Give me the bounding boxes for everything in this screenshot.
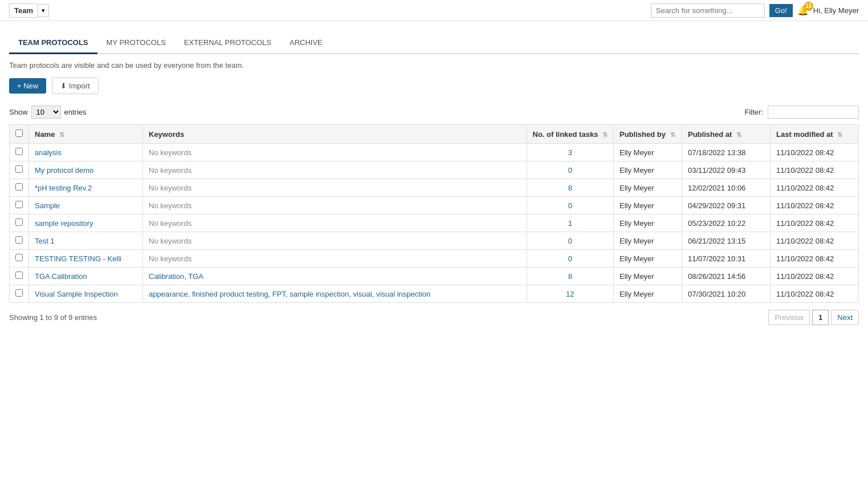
description-text: Team protocols are visible and can be us… — [9, 61, 859, 70]
tab-external-protocols[interactable]: EXTERNAL PROTOCOLS — [175, 33, 280, 54]
linked-tasks-link[interactable]: 8 — [568, 184, 572, 192]
row-checkbox-cell — [10, 232, 29, 250]
row-name-cell: TESTING TESTING - Kelli — [29, 250, 143, 268]
linked-tasks-link[interactable]: 0 — [568, 254, 572, 263]
row-published-by-cell: Elly Meyer — [614, 179, 682, 197]
row-checkbox-4[interactable] — [15, 218, 23, 226]
protocol-name-link[interactable]: analysis — [35, 148, 62, 157]
row-published-by-cell: Elly Meyer — [614, 144, 682, 161]
row-checkbox-6[interactable] — [15, 254, 23, 261]
linked-tasks-link[interactable]: 0 — [568, 201, 572, 210]
entries-select[interactable]: 10 25 50 100 — [31, 106, 61, 119]
protocol-name-link[interactable]: Test 1 — [35, 237, 55, 245]
published-by-sort-icon: ⇅ — [670, 131, 675, 138]
row-linked-tasks-cell: 8 — [527, 179, 614, 197]
next-button[interactable]: Next — [831, 310, 859, 325]
row-checkbox-5[interactable] — [15, 236, 23, 244]
col-header-published-at[interactable]: Published at ⇅ — [682, 125, 771, 144]
row-keywords-cell: Calibration, TGA — [143, 268, 527, 285]
row-checkbox-7[interactable] — [15, 272, 23, 279]
row-linked-tasks-cell: 3 — [527, 144, 614, 161]
protocol-name-link[interactable]: TESTING TESTING - Kelli — [35, 254, 121, 263]
team-dropdown-button[interactable]: ▾ — [38, 4, 49, 17]
tab-archive[interactable]: ARCHIVE — [280, 33, 332, 54]
row-checkbox-2[interactable] — [15, 183, 23, 191]
notification-badge: 15 — [804, 2, 813, 11]
row-last-modified-cell: 11/10/2022 08:42 — [771, 179, 859, 197]
row-name-cell: My protocol demo — [29, 161, 143, 179]
row-name-cell: Test 1 — [29, 232, 143, 250]
row-published-at-cell: 11/07/2022 10:31 — [682, 250, 771, 268]
row-keywords-cell: No keywords — [143, 179, 527, 197]
header-left: Team ▾ — [9, 3, 49, 18]
row-checkbox-0[interactable] — [15, 148, 23, 155]
protocol-name-link[interactable]: Visual Sample Inspection — [35, 290, 118, 298]
protocol-name-link[interactable]: My protocol demo — [35, 166, 93, 175]
row-checkbox-3[interactable] — [15, 201, 23, 208]
search-input[interactable] — [651, 3, 765, 18]
row-checkbox-cell — [10, 268, 29, 285]
header-right: Go! 🔔 15 Hi, Elly Meyer — [651, 3, 859, 18]
row-checkbox-1[interactable] — [15, 165, 23, 173]
row-name-cell: Visual Sample Inspection — [29, 285, 143, 303]
team-button[interactable]: Team — [9, 3, 38, 18]
filter-row: Filter: — [745, 106, 859, 119]
row-checkbox-cell — [10, 161, 29, 179]
row-published-by-cell: Elly Meyer — [614, 268, 682, 285]
table-row: sample repositoryNo keywords1Elly Meyer0… — [10, 214, 859, 232]
linked-tasks-link[interactable]: 1 — [568, 219, 572, 228]
select-all-checkbox[interactable] — [15, 129, 23, 137]
row-published-at-cell: 03/11/2022 09:43 — [682, 161, 771, 179]
page-1-button[interactable]: 1 — [812, 310, 829, 325]
row-published-by-cell: Elly Meyer — [614, 214, 682, 232]
linked-tasks-link[interactable]: 0 — [568, 237, 572, 245]
linked-tasks-link[interactable]: 0 — [568, 166, 572, 175]
row-linked-tasks-cell: 0 — [527, 197, 614, 214]
table-row: SampleNo keywords0Elly Meyer04/29/2022 0… — [10, 197, 859, 214]
protocol-name-link[interactable]: TGA Calibration — [35, 272, 87, 281]
row-keywords-cell: No keywords — [143, 250, 527, 268]
row-checkbox-8[interactable] — [15, 289, 23, 297]
tab-my-protocols[interactable]: MY PROTOCOLS — [97, 33, 175, 54]
row-published-by-cell: Elly Meyer — [614, 285, 682, 303]
previous-button[interactable]: Previous — [768, 310, 810, 325]
col-header-published-by[interactable]: Published by ⇅ — [614, 125, 682, 144]
row-published-by-cell: Elly Meyer — [614, 250, 682, 268]
row-checkbox-cell — [10, 197, 29, 214]
linked-tasks-link[interactable]: 12 — [566, 290, 574, 298]
tabs: TEAM PROTOCOLS MY PROTOCOLS EXTERNAL PRO… — [9, 33, 859, 54]
linked-tasks-link[interactable]: 3 — [568, 148, 572, 157]
col-header-name[interactable]: Name ⇅ — [29, 125, 143, 144]
row-name-cell: sample repository — [29, 214, 143, 232]
row-checkbox-cell — [10, 179, 29, 197]
col-header-keywords[interactable]: Keywords — [143, 125, 527, 144]
col-header-last-modified[interactable]: Last modified at ⇅ — [771, 125, 859, 144]
show-label: Show — [9, 108, 28, 116]
protocol-name-link[interactable]: *pH testing Rev.2 — [35, 184, 92, 192]
go-button[interactable]: Go! — [769, 4, 793, 17]
row-linked-tasks-cell: 0 — [527, 232, 614, 250]
pagination: Previous 1 Next — [768, 310, 859, 325]
tab-team-protocols[interactable]: TEAM PROTOCOLS — [9, 33, 97, 54]
row-keywords-cell: No keywords — [143, 144, 527, 161]
linked-sort-icon: ⇅ — [602, 131, 608, 138]
notification-bell[interactable]: 🔔 15 — [797, 5, 809, 16]
row-linked-tasks-cell: 1 — [527, 214, 614, 232]
col-header-checkbox[interactable] — [10, 125, 29, 144]
new-button[interactable]: + New — [9, 78, 46, 94]
row-last-modified-cell: 11/10/2022 08:42 — [771, 250, 859, 268]
filter-input[interactable] — [768, 106, 859, 119]
row-published-at-cell: 12/02/2021 10:06 — [682, 179, 771, 197]
import-button[interactable]: ⬇ Import — [52, 78, 98, 94]
row-keywords-cell: No keywords — [143, 214, 527, 232]
protocol-name-link[interactable]: sample repository — [35, 219, 93, 228]
row-keywords-cell: No keywords — [143, 161, 527, 179]
row-published-at-cell: 06/21/2022 13:15 — [682, 232, 771, 250]
col-header-linked[interactable]: No. of linked tasks ⇅ — [527, 125, 614, 144]
linked-tasks-link[interactable]: 8 — [568, 272, 572, 281]
protocol-name-link[interactable]: Sample — [35, 201, 60, 210]
row-last-modified-cell: 11/10/2022 08:42 — [771, 197, 859, 214]
row-checkbox-cell — [10, 250, 29, 268]
row-last-modified-cell: 11/10/2022 08:42 — [771, 232, 859, 250]
row-published-at-cell: 07/18/2022 13:38 — [682, 144, 771, 161]
